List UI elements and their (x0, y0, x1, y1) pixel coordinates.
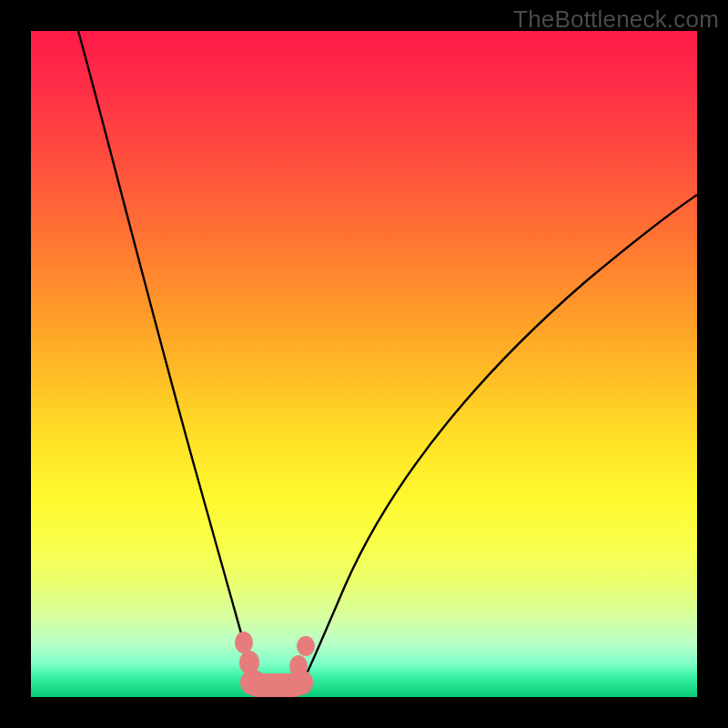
curve-left-branch (78, 31, 263, 697)
blob-left-upper (235, 632, 253, 653)
plot-area (31, 31, 697, 697)
blob-cluster (235, 632, 315, 697)
outer-frame: TheBottleneck.com (0, 0, 728, 728)
blob-right-upper (297, 636, 315, 656)
blob-base-right-cap (288, 670, 313, 695)
curve-layer (31, 31, 697, 697)
curve-right-branch (295, 195, 697, 697)
blob-base-left-cap (240, 670, 266, 695)
watermark-text: TheBottleneck.com (513, 5, 719, 34)
